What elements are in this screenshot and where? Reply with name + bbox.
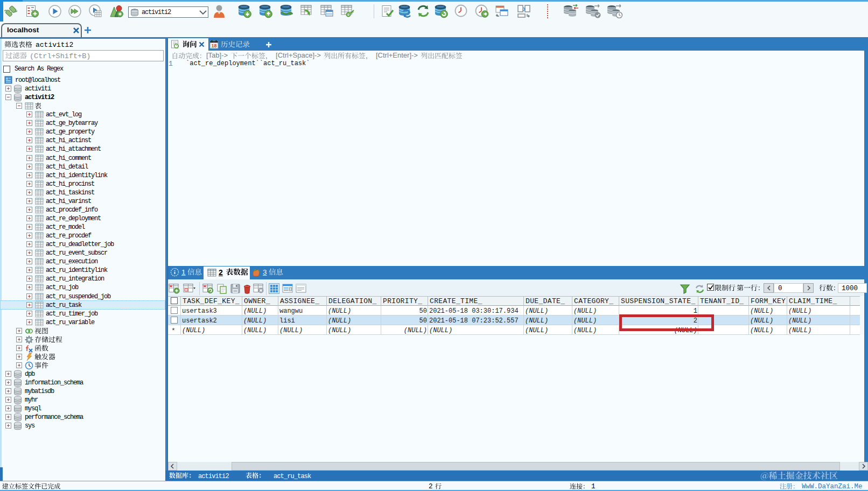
svg-text:18: 18 <box>211 43 216 48</box>
